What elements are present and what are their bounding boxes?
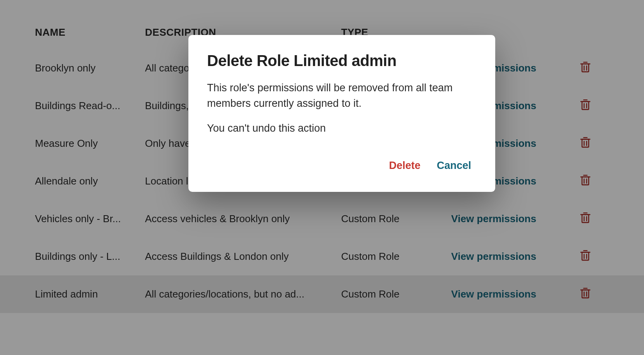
dialog-title: Delete Role Limited admin — [207, 52, 472, 70]
dialog-body-2: You can't undo this action — [207, 121, 472, 136]
delete-role-dialog: Delete Role Limited admin This role's pe… — [188, 35, 495, 192]
delete-button[interactable]: Delete — [388, 158, 421, 173]
dialog-body-1: This role's permissions will be removed … — [207, 80, 472, 111]
cancel-button[interactable]: Cancel — [436, 158, 472, 173]
